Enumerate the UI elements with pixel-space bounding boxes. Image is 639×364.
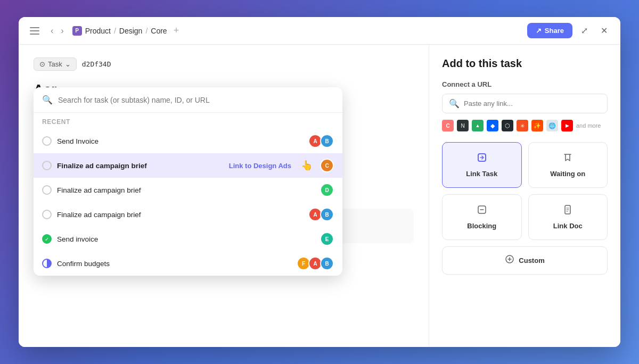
task-status-done: ✓ (42, 234, 52, 244)
breadcrumb-part-3[interactable]: Core (151, 27, 167, 35)
avatar: B (320, 134, 334, 148)
titlebar: ‹ › P Product / Design / Core + ↗ Share … (19, 17, 620, 45)
avatar: B (320, 208, 334, 221)
task-item[interactable]: ✓ Send invoice E (34, 227, 342, 251)
nav-forward[interactable]: › (58, 24, 67, 38)
task-status-normal (42, 136, 52, 146)
breadcrumb: P Product / Design / Core + (72, 25, 522, 36)
waiting-on-icon (562, 152, 573, 166)
action-link-task[interactable]: Link Task (442, 142, 522, 188)
task-name: Finalize ad campaign brief (57, 162, 224, 170)
svg-rect-2 (30, 34, 39, 35)
task-avatars: D (320, 183, 334, 197)
service-youtube[interactable]: ▶ (561, 120, 573, 131)
blocking-label: Blocking (467, 222, 496, 230)
task-name: Confirm budgets (57, 260, 291, 268)
connect-url-label: Connect a URL (442, 80, 608, 88)
task-avatars: C (320, 159, 334, 172)
custom-icon (505, 254, 514, 267)
and-more-label: and more (576, 122, 601, 129)
link-doc-icon (562, 204, 573, 218)
service-drive[interactable]: ▲ (472, 120, 484, 131)
close-button[interactable]: ✕ (596, 23, 612, 38)
search-dropdown: 🔍 Recent Send Invoice A B Finalize ad ca… (34, 87, 342, 276)
blocking-icon (477, 204, 487, 218)
action-custom[interactable]: Custom (442, 246, 608, 275)
breadcrumb-product-icon: P (72, 26, 82, 36)
task-item[interactable]: Finalize ad campaign brief D (34, 178, 342, 202)
waiting-on-label: Waiting on (550, 170, 585, 178)
task-meta: ⊙ Task ⌄ d2Df34D (34, 57, 414, 71)
url-input-row[interactable]: 🔍 (442, 94, 608, 113)
breadcrumb-part-2[interactable]: Design (119, 27, 143, 35)
url-input[interactable] (464, 100, 601, 107)
task-avatars: E (320, 232, 334, 246)
link-doc-label: Link Doc (553, 222, 583, 230)
breadcrumb-add[interactable]: + (174, 25, 179, 36)
task-avatars: A B (308, 208, 334, 221)
task-name: Finalize ad campaign brief (57, 186, 315, 194)
task-item[interactable]: Finalize ad campaign brief Link to Desig… (34, 153, 342, 178)
left-panel: ⊙ Task ⌄ d2Df34D Acr ⊙ Sta 👤 Ass 🏷 Tag ⚑ (19, 45, 429, 347)
share-button[interactable]: ↗ Share (527, 23, 572, 38)
search-input-row[interactable]: 🔍 (34, 87, 342, 113)
right-panel: Add to this task Connect a URL 🔍 C N ▲ ◆… (429, 45, 620, 347)
share-label: Share (545, 27, 564, 35)
breadcrumb-sep-2: / (145, 27, 148, 35)
action-grid: Link Task Waiting on (442, 142, 608, 275)
task-status-normal (42, 210, 52, 219)
nav-arrows[interactable]: ‹ › (47, 24, 67, 38)
task-cursor-icon: 👆 (301, 160, 313, 171)
custom-label: Custom (519, 257, 544, 264)
task-name: Finalize ad campaign brief (57, 211, 303, 219)
task-avatars: A B (308, 134, 334, 148)
service-github[interactable]: ⬡ (502, 120, 513, 131)
action-blocking[interactable]: Blocking (442, 194, 522, 240)
search-input[interactable] (58, 96, 334, 104)
task-status-normal (42, 185, 52, 195)
avatar: C (320, 159, 334, 172)
task-item[interactable]: Confirm budgets F A B (34, 251, 342, 276)
link-task-icon (477, 152, 487, 166)
task-item[interactable]: Send Invoice A B (34, 129, 342, 153)
task-type-icon: ⊙ (39, 60, 45, 68)
service-zapier[interactable]: ✨ (531, 120, 543, 131)
breadcrumb-sep-1: / (114, 27, 116, 35)
titlebar-actions: ↗ Share ⤢ ✕ (527, 23, 612, 38)
service-web[interactable]: 🌐 (546, 120, 558, 131)
svg-rect-0 (30, 27, 39, 28)
breadcrumb-part-1[interactable]: Product (85, 27, 111, 35)
svg-rect-1 (30, 30, 39, 31)
nav-back[interactable]: ‹ (47, 24, 56, 38)
task-avatars: F A B (297, 257, 334, 270)
action-link-doc[interactable]: Link Doc (528, 194, 608, 240)
share-icon: ↗ (536, 27, 542, 35)
task-name: Send Invoice (57, 137, 303, 145)
service-dropbox[interactable]: ◆ (487, 120, 498, 131)
task-name: Send invoice (57, 235, 315, 243)
service-clickup[interactable]: C (442, 120, 454, 131)
link-task-label: Link Task (466, 170, 497, 178)
action-waiting-on[interactable]: Waiting on (528, 142, 608, 188)
service-icons: C N ▲ ◆ ⬡ ✳ ✨ 🌐 ▶ and more (442, 120, 608, 131)
search-icon: 🔍 (42, 95, 53, 105)
avatar: B (320, 257, 334, 270)
task-badge-chevron: ⌄ (65, 60, 71, 68)
service-notion[interactable]: N (457, 120, 469, 131)
task-link-label: Link to Design Ads (229, 162, 291, 170)
task-id: d2Df34D (82, 60, 111, 68)
recent-label: Recent (34, 113, 342, 129)
panel-title: Add to this task (442, 57, 608, 70)
main-content: ⊙ Task ⌄ d2Df34D Acr ⊙ Sta 👤 Ass 🏷 Tag ⚑ (19, 45, 620, 347)
expand-button[interactable]: ⤢ (577, 23, 592, 38)
sidebar-toggle[interactable] (27, 23, 42, 38)
task-status-normal (42, 161, 52, 170)
avatar: D (320, 183, 334, 197)
url-search-icon: 🔍 (449, 98, 460, 109)
avatar: E (320, 232, 334, 246)
task-status-half (42, 259, 52, 268)
service-figma[interactable]: ✳ (517, 120, 528, 131)
task-item[interactable]: Finalize ad campaign brief A B (34, 202, 342, 227)
task-type-label: Task (48, 60, 62, 68)
task-type-badge[interactable]: ⊙ Task ⌄ (34, 57, 77, 71)
